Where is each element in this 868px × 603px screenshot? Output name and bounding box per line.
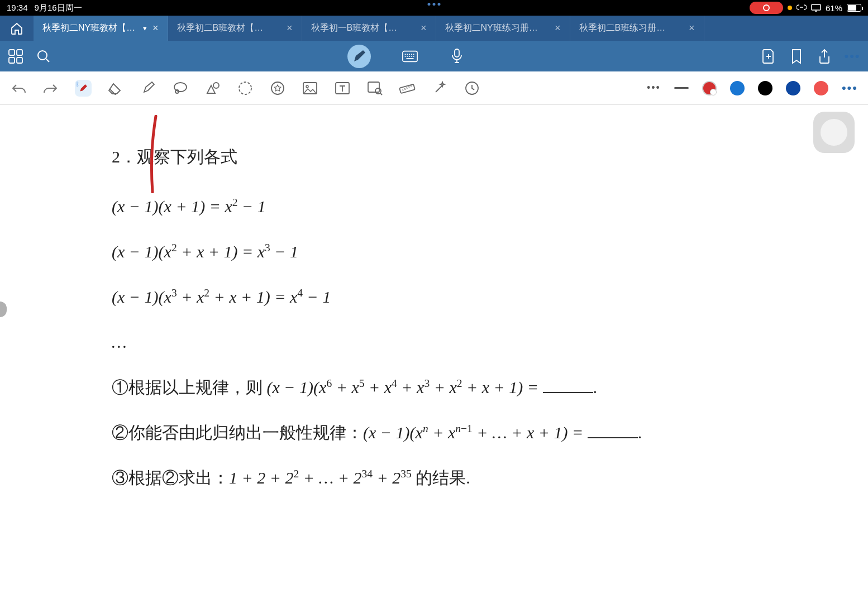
battery-percent: 61% [826,3,842,13]
color-swatch-black[interactable] [758,81,772,95]
svg-point-14 [306,85,308,88]
question-3: ③根据②求出：1 + 2 + 22 + … + 234 + 235 的结果. [112,465,756,490]
grid-icon[interactable] [8,49,23,64]
text-box-button[interactable] [334,80,351,97]
screen-icon [811,4,821,12]
svg-point-10 [213,83,219,88]
toolbar-more-icon[interactable]: ••• [647,82,661,94]
status-bar: 19:34 9月16日周一 61% [0,0,868,16]
svg-rect-2 [17,50,22,55]
color-swatch-navy[interactable] [786,81,800,95]
battery-icon [847,4,861,12]
chevron-down-icon[interactable]: ▾ [143,24,147,32]
tab-label: 秋季初二B班教材【含封面】 [177,22,272,34]
clock-button[interactable] [464,80,480,97]
svg-rect-1 [9,50,15,55]
color-swatch-salmon[interactable] [814,81,828,95]
screen-record-indicator[interactable] [750,2,783,14]
ellipsis: … [112,329,756,355]
color-swatch-red[interactable] [702,81,717,95]
svg-point-5 [38,51,47,60]
magic-wand-button[interactable] [431,80,448,97]
dot-indicator-icon [788,6,792,10]
svg-point-17 [375,88,381,94]
close-icon[interactable]: × [555,22,561,34]
ruler-tool-button[interactable] [399,80,416,97]
microphone-icon[interactable] [449,49,465,64]
svg-rect-16 [368,82,379,92]
document-canvas[interactable]: 2．观察下列各式 (x − 1)(x + 1) = x2 − 1 (x − 1)… [0,105,868,603]
svg-point-9 [175,90,179,93]
assistive-touch-button[interactable] [813,112,855,153]
share-icon[interactable] [817,49,832,64]
tab-item[interactable]: 秋季初二B班练习册【含封... × [570,16,704,41]
tab-bar: 秋季初二NY班教材【含... ▾ × 秋季初二B班教材【含封面】 × 秋季初一B… [0,16,868,41]
equation-3: (x − 1)(x3 + x2 + x + 1) = x4 − 1 [112,284,756,309]
status-time: 19:34 [7,3,28,13]
svg-point-11 [239,82,251,94]
question-2: ②你能否由此归纳出一般性规律：(x − 1)(xn + xn−1 + … + x… [112,420,756,445]
tab-active[interactable]: 秋季初二NY班教材【含... ▾ × [34,16,168,41]
shapes-tool-button[interactable] [204,80,221,97]
svg-rect-7 [455,49,459,57]
drawing-toolbar: ᛒ ••• ••• [0,71,868,105]
app-bar: ••• [0,41,868,71]
highlighter-tool-button[interactable] [140,80,156,97]
image-tool-button[interactable] [302,80,318,97]
dashed-selection-button[interactable] [237,80,254,97]
lasso-tool-button[interactable] [172,80,189,97]
eraser-tool-button[interactable] [107,80,124,97]
svg-rect-3 [9,58,15,63]
link-icon [797,4,807,11]
bluetooth-indicator-icon: ᛒ [76,81,79,87]
status-date: 9月16日周一 [35,3,82,13]
more-icon[interactable]: ••• [845,49,860,64]
redo-button[interactable] [42,80,59,97]
pen-mode-button[interactable] [347,45,371,68]
svg-point-12 [271,82,284,94]
problem-heading: 2．观察下列各式 [112,144,756,169]
svg-rect-0 [812,4,821,10]
pen-tool-button[interactable]: ᛒ [75,80,92,97]
question-1: ①根据以上规律，则 (x − 1)(x6 + x5 + x4 + x3 + x2… [112,375,756,400]
tab-label: 秋季初二NY班练习册【含... [445,22,540,34]
tab-item[interactable]: 秋季初二NY班练习册【含... × [436,16,570,41]
close-icon[interactable]: × [421,22,427,34]
keyboard-icon[interactable] [402,49,418,64]
system-handle[interactable] [428,3,441,6]
color-swatch-blue[interactable] [730,81,745,95]
image-search-button[interactable] [366,80,383,97]
equation-1: (x − 1)(x + 1) = x2 − 1 [112,194,756,219]
new-page-icon[interactable] [761,49,776,64]
stamp-tool-button[interactable] [269,80,286,97]
tab-item[interactable]: 秋季初二B班教材【含封面】 × [168,16,302,41]
undo-button[interactable] [10,80,27,97]
close-icon[interactable]: × [287,22,293,34]
tab-item[interactable]: 秋季初一B班教材【含封面】 × [302,16,436,41]
tab-label: 秋季初二B班练习册【含封... [579,22,674,34]
close-icon[interactable]: × [152,22,159,34]
tab-label: 秋季初一B班教材【含封面】 [311,22,406,34]
search-icon[interactable] [36,49,51,64]
svg-rect-4 [17,58,22,63]
line-weight-button[interactable] [674,87,689,89]
home-button[interactable] [0,16,34,41]
close-icon[interactable]: × [689,22,695,34]
bookmark-icon[interactable] [789,49,804,64]
equation-2: (x − 1)(x2 + x + 1) = x3 − 1 [112,239,756,264]
tab-label: 秋季初二NY班教材【含... [42,22,137,34]
color-more-icon[interactable]: ••• [842,81,858,95]
assistive-touch-inner [821,119,847,146]
